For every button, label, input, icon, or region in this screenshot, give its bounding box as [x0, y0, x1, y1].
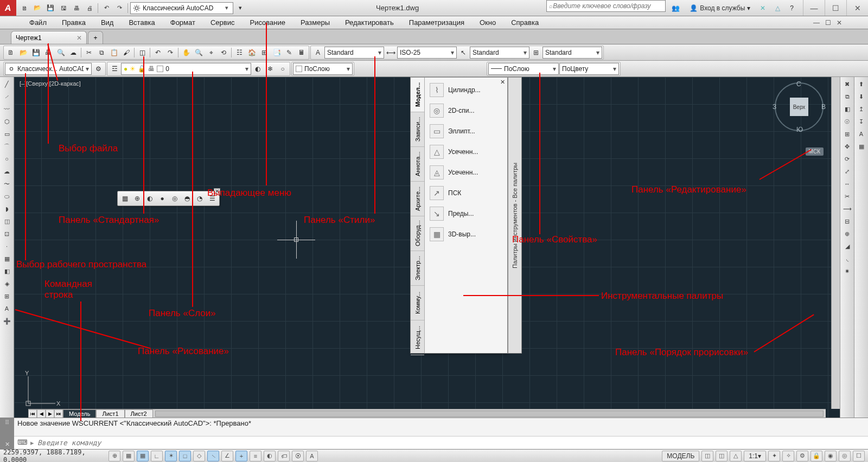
- palette-item[interactable]: △Усеченн...: [426, 142, 506, 162]
- layer-manager-icon[interactable]: ☲: [108, 63, 120, 75]
- sb-infer[interactable]: ⊕: [108, 451, 120, 461]
- search-input[interactable]: [553, 2, 663, 10]
- block-icon[interactable]: ⊡: [1, 228, 13, 240]
- paste-icon[interactable]: 📋: [108, 47, 120, 59]
- revcloud-icon[interactable]: ☁: [1, 165, 13, 177]
- plot-icon[interactable]: 🖨: [84, 2, 95, 14]
- palette-item[interactable]: ◎2D-спи...: [426, 100, 506, 121]
- doc-tab-active[interactable]: Чертеж1 ✕: [11, 31, 87, 44]
- sb-scale[interactable]: 1:1 ▾: [744, 451, 766, 461]
- sb-sc[interactable]: ⦿: [292, 451, 304, 461]
- vs-3dwire-icon[interactable]: ⊕: [131, 193, 143, 204]
- props-icon[interactable]: ☷: [233, 47, 245, 59]
- hscrollbar[interactable]: [155, 410, 824, 417]
- tab-prev[interactable]: ◀: [37, 409, 46, 418]
- exchange-icon[interactable]: ✕: [756, 2, 769, 14]
- vs-realistic-icon[interactable]: ●: [156, 193, 168, 204]
- menu-insert[interactable]: Вставка: [121, 16, 162, 29]
- cmd-prompt[interactable]: ⌨ ▸: [14, 436, 868, 449]
- bringfront-icon[interactable]: ⬆: [856, 78, 867, 90]
- palette-item[interactable]: ▦3D-выр...: [426, 224, 506, 245]
- copy-icon[interactable]: ⧉: [95, 47, 107, 59]
- new-icon[interactable]: 🗎: [5, 47, 17, 59]
- sb-clean[interactable]: ☐: [853, 451, 865, 461]
- ssm-icon[interactable]: 📑: [271, 47, 283, 59]
- qat-dropdown[interactable]: ▾: [234, 2, 246, 14]
- menu-edit[interactable]: Правка: [54, 16, 93, 29]
- sb-qp[interactable]: 🏷: [278, 451, 290, 461]
- menu-parametric[interactable]: Параметризация: [401, 16, 472, 29]
- sb-ws[interactable]: ⚙: [796, 451, 808, 461]
- tp-icon[interactable]: ⊞: [258, 47, 270, 59]
- open-icon[interactable]: 📂: [17, 47, 29, 59]
- palette-tab-civil[interactable]: Комму...: [411, 286, 424, 320]
- join-icon[interactable]: ⊕: [841, 228, 853, 240]
- copy-icon[interactable]: ⧉: [841, 91, 853, 102]
- table-icon[interactable]: ⊞: [1, 290, 13, 302]
- zoom-win-icon[interactable]: ⌖: [205, 47, 217, 59]
- tab-first[interactable]: ⏮: [28, 409, 37, 418]
- sb-am[interactable]: A: [306, 451, 318, 461]
- array-icon[interactable]: ⊞: [841, 128, 853, 140]
- sb-ducs[interactable]: ∠: [221, 451, 233, 461]
- viewcube-s[interactable]: Ю: [796, 126, 803, 133]
- palette-titlebar[interactable]: Палитры инструментов - Все палитры: [508, 77, 522, 354]
- menu-help[interactable]: Справка: [503, 16, 546, 29]
- layout-model[interactable]: Модель: [63, 409, 96, 418]
- menu-format[interactable]: Формат: [163, 16, 203, 29]
- sb-dynmode[interactable]: +: [235, 451, 247, 461]
- menu-draw[interactable]: Рисование: [242, 16, 292, 29]
- print-icon[interactable]: 🖶: [71, 2, 82, 14]
- redo-icon[interactable]: ↷: [164, 47, 176, 59]
- dc-icon[interactable]: 🏠: [246, 47, 258, 59]
- sb-lwt[interactable]: ≡: [250, 451, 261, 461]
- palette-tab-arch[interactable]: Архите...: [411, 182, 424, 216]
- bringabove-icon[interactable]: ↥: [856, 103, 867, 115]
- vs-shadedge-icon[interactable]: ◔: [194, 193, 206, 204]
- erase-icon[interactable]: ✖: [841, 78, 853, 90]
- sendback-icon[interactable]: ⬇: [856, 91, 867, 102]
- viewcube-e[interactable]: В: [821, 103, 826, 111]
- zoom-prev-icon[interactable]: ⟲: [218, 47, 229, 59]
- help-icon[interactable]: ?: [786, 2, 797, 14]
- save-icon[interactable]: 💾: [44, 2, 56, 14]
- rectangle-icon[interactable]: ▭: [1, 128, 13, 140]
- texttofront-icon[interactable]: A: [856, 128, 867, 140]
- explode-icon[interactable]: ✷: [841, 265, 853, 277]
- maximize-button[interactable]: ☐: [825, 0, 846, 16]
- sb-annoscale[interactable]: △: [730, 451, 742, 461]
- insert-icon[interactable]: ◫: [1, 215, 13, 227]
- preview-icon[interactable]: 🔍: [55, 47, 67, 59]
- tablestyle-combo[interactable]: Standard▾: [542, 47, 602, 59]
- break-icon[interactable]: ⊟: [841, 215, 853, 227]
- hatchback-icon[interactable]: ▦: [856, 140, 867, 152]
- offset-icon[interactable]: ⦾: [841, 116, 853, 127]
- redo-icon[interactable]: ↷: [113, 2, 125, 14]
- sb-otrack[interactable]: ⟍: [207, 451, 219, 461]
- layout-2[interactable]: Лист2: [125, 409, 153, 418]
- tablestyle-icon[interactable]: ⊞: [530, 47, 542, 59]
- mleader-combo[interactable]: Standard▾: [470, 47, 529, 59]
- viewcube-top[interactable]: Верх: [790, 98, 808, 116]
- dimstyle-icon[interactable]: ⟷: [385, 47, 397, 59]
- app-menu-button[interactable]: A: [0, 0, 16, 16]
- spline-icon[interactable]: 〜: [1, 178, 13, 190]
- viewcube-w[interactable]: З: [773, 103, 776, 111]
- tab-next[interactable]: ▶: [46, 409, 54, 418]
- circle-icon[interactable]: ○: [1, 153, 13, 165]
- plotstyle-combo[interactable]: ПоЦвету▾: [559, 63, 619, 75]
- qcalc-icon[interactable]: 🖩: [296, 47, 308, 59]
- mdi-max[interactable]: ☐: [823, 19, 833, 27]
- palette-item[interactable]: ▭Эллипт...: [426, 121, 506, 142]
- new-icon[interactable]: 🗎: [18, 2, 30, 14]
- mtext-icon[interactable]: A: [1, 303, 13, 315]
- stretch-icon[interactable]: ↔: [841, 178, 853, 190]
- scale-icon[interactable]: ⤢: [841, 165, 853, 177]
- mdi-close[interactable]: ✕: [834, 19, 844, 27]
- sb-3dosnap[interactable]: ◇: [193, 451, 205, 461]
- vs-concept-icon[interactable]: ◎: [169, 193, 181, 204]
- sb-hw[interactable]: ◉: [825, 451, 837, 461]
- undo-icon[interactable]: ↶: [152, 47, 164, 59]
- sb-transp[interactable]: ◐: [264, 451, 276, 461]
- sb-quickview2[interactable]: ◫: [716, 451, 727, 461]
